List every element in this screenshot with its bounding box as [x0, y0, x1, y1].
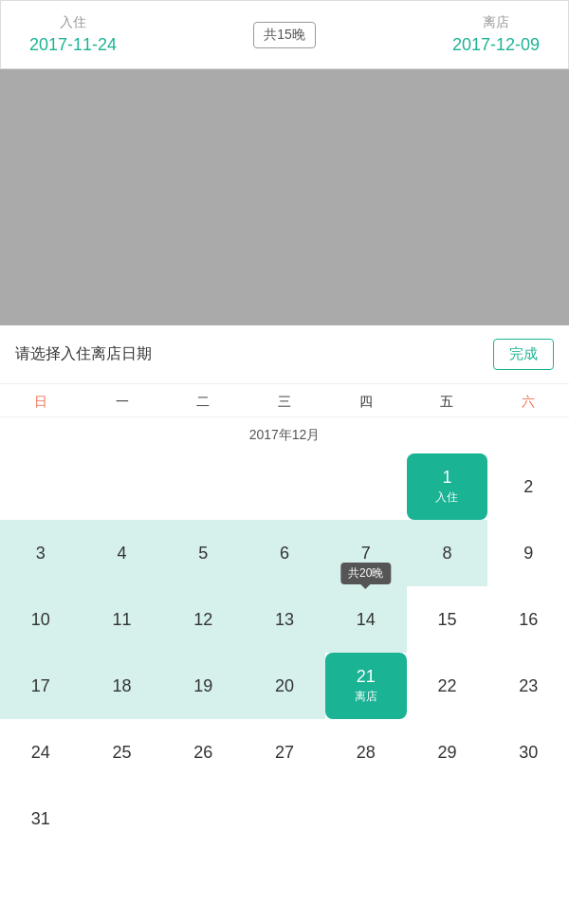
checkout-section: 离店 2017-12-09: [452, 14, 540, 55]
cal-empty: [407, 785, 488, 852]
month-label: 2017年12月: [0, 417, 569, 453]
cal-day-25[interactable]: 25: [82, 719, 163, 785]
cal-day-19[interactable]: 19: [162, 653, 244, 719]
cal-day-21[interactable]: 21 离店: [325, 653, 407, 719]
image-placeholder: [0, 69, 569, 325]
checkin-value: 2017-11-24: [29, 35, 117, 55]
cal-day-30[interactable]: 30: [487, 719, 569, 785]
cal-day-31[interactable]: 31: [0, 785, 82, 852]
cal-day-number: 1: [442, 468, 451, 488]
cal-day-18[interactable]: 18: [82, 653, 163, 719]
cal-day-6[interactable]: 6: [244, 520, 325, 586]
checkin-label: 入住: [60, 14, 86, 31]
cal-day-1[interactable]: 1 入住: [407, 453, 488, 520]
cal-day-27[interactable]: 27: [244, 719, 325, 785]
cal-empty: [244, 453, 325, 520]
cal-day-15[interactable]: 15: [407, 586, 488, 653]
nights-badge: 共15晚: [253, 22, 316, 48]
cal-day-12[interactable]: 12: [162, 586, 244, 653]
cal-checkin-label: 入住: [435, 490, 458, 506]
cal-day-26[interactable]: 26: [162, 719, 244, 785]
cal-empty: [325, 453, 407, 520]
weekday-sun: 日: [0, 394, 82, 411]
cal-day-13[interactable]: 13: [244, 586, 325, 653]
weekdays-row: 日 一 二 三 四 五 六: [0, 384, 569, 417]
cal-empty: [244, 785, 325, 852]
cal-day-5[interactable]: 5: [162, 520, 244, 586]
cal-day-20[interactable]: 20: [244, 653, 325, 719]
cal-day-3[interactable]: 3: [0, 520, 82, 586]
cal-empty: [82, 453, 163, 520]
done-button[interactable]: 完成: [493, 339, 554, 370]
cal-day-10[interactable]: 10: [0, 586, 82, 653]
weekday-tue: 二: [162, 394, 244, 411]
checkout-value: 2017-12-09: [452, 35, 540, 55]
cal-day-14[interactable]: 共20晚 14: [325, 586, 407, 653]
cal-day-23[interactable]: 23: [487, 653, 569, 719]
cal-empty: [162, 453, 244, 520]
checkin-section: 入住 2017-11-24: [29, 14, 117, 55]
cal-day-16[interactable]: 16: [487, 586, 569, 653]
cal-day-28[interactable]: 28: [325, 719, 407, 785]
calendar-header: 请选择入住离店日期 完成: [0, 325, 569, 384]
cal-empty: [82, 785, 163, 852]
cal-empty: [487, 785, 569, 852]
cal-empty: [325, 785, 407, 852]
cal-day-24[interactable]: 24: [0, 719, 82, 785]
cal-checkout-label: 离店: [355, 689, 377, 705]
checkout-label: 离店: [483, 14, 509, 31]
weekday-mon: 一: [82, 394, 163, 411]
cal-day-9[interactable]: 9: [487, 520, 569, 586]
date-bar: 入住 2017-11-24 共15晚 离店 2017-12-09: [0, 0, 569, 69]
cal-day-number: 2: [523, 477, 533, 497]
weekday-sat: 六: [487, 394, 569, 411]
cal-day-2[interactable]: 2: [487, 453, 569, 520]
page-title: 请选择入住离店日期: [15, 344, 152, 364]
weekday-thu: 四: [325, 394, 407, 411]
weekday-wed: 三: [244, 394, 325, 411]
cal-day-number: 21: [357, 667, 376, 687]
cal-day-17[interactable]: 17: [0, 653, 82, 719]
cal-day-11[interactable]: 11: [82, 586, 163, 653]
cal-day-29[interactable]: 29: [407, 719, 488, 785]
cal-day-4[interactable]: 4: [82, 520, 163, 586]
cal-day-22[interactable]: 22: [407, 653, 488, 719]
weekday-fri: 五: [407, 394, 488, 411]
calendar-grid: 1 入住 2 3 4 5 6 7 8 9 10 11 12 13 共20晚 14…: [0, 453, 569, 861]
cal-empty: [162, 785, 244, 852]
cal-day-8[interactable]: 8: [407, 520, 488, 586]
nights-tooltip: 共20晚: [340, 563, 391, 584]
cal-empty: [0, 453, 82, 520]
